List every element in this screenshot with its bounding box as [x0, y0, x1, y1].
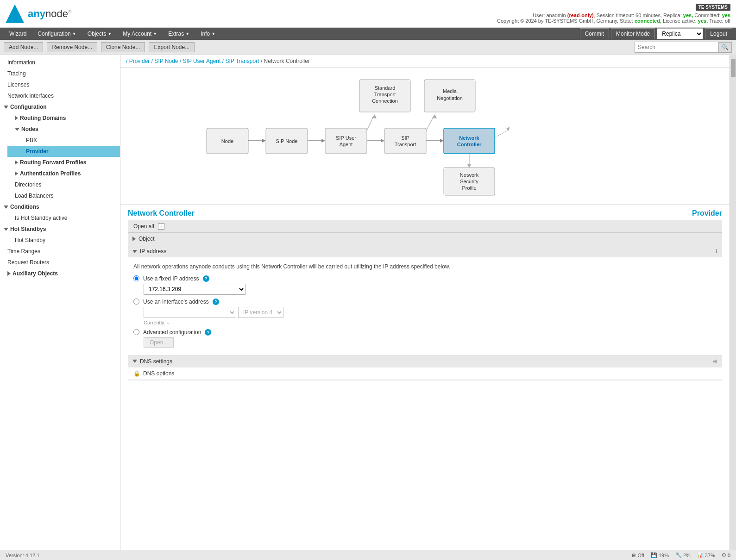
sidebar-item-directories[interactable]: Directories — [4, 179, 120, 190]
svg-text:Node: Node — [221, 138, 233, 144]
export-node-button[interactable]: Export Node... — [149, 42, 195, 52]
scroll-thumb[interactable] — [731, 59, 736, 77]
diagram-box-network-controller[interactable] — [444, 128, 495, 154]
status-bar: Version: 4.12.1 🖥 Off 💾 19% 🔧 2% 📊 37% ⚙… — [0, 550, 736, 555]
sidebar-item-provider[interactable]: Provider — [7, 146, 120, 157]
remove-node-button[interactable]: Remove Node... — [47, 42, 97, 52]
routing-forward-expand-icon — [15, 160, 18, 165]
sidebar-item-load-balancers[interactable]: Load Balancers — [4, 190, 120, 201]
fixed-ip-input-row: 172.16.3.209 — [144, 284, 717, 295]
sidebar-item-time-ranges[interactable]: Time Ranges — [0, 246, 120, 257]
logo-prefix: any — [28, 8, 45, 19]
sidebar-item-information[interactable]: Information — [0, 57, 120, 68]
search-icon[interactable]: 🔍 — [718, 42, 732, 52]
menu-left: Wizard Configuration ▼ Objects ▼ My Acco… — [4, 28, 221, 40]
ip-address-info-icon: ℹ — [716, 249, 717, 254]
fixed-ip-select[interactable]: 172.16.3.209 — [144, 284, 245, 295]
svg-line-19 — [426, 117, 434, 131]
sidebar: Information Tracing Licenses Network Int… — [0, 55, 120, 555]
sidebar-item-pbx[interactable]: PBX — [7, 135, 120, 146]
sidebar-item-hot-standby[interactable]: Hot Standby — [4, 235, 120, 246]
menu-configuration[interactable]: Configuration ▼ — [32, 28, 82, 40]
breadcrumb-provider[interactable]: / Provider — [126, 58, 150, 64]
my-account-arrow: ▼ — [153, 31, 157, 36]
monitor-mode-button[interactable]: Monitor Mode — [611, 28, 655, 39]
storage-status: 💾 19% — [651, 552, 669, 555]
svg-text:Network: Network — [460, 172, 479, 178]
object-section-header[interactable]: Object — [128, 233, 722, 245]
advanced-help-icon[interactable]: ? — [205, 329, 211, 336]
commit-button[interactable]: Commit — [580, 28, 609, 39]
menu-my-account[interactable]: My Account ▼ — [117, 28, 163, 40]
svg-marker-16 — [381, 139, 384, 143]
sidebar-item-routing-forward-profiles[interactable]: Routing Forward Profiles — [4, 157, 120, 168]
clone-node-button[interactable]: Clone Node... — [101, 42, 145, 52]
scrollbar[interactable] — [730, 55, 736, 555]
svg-text:Connection: Connection — [372, 98, 398, 104]
interface-select[interactable] — [144, 307, 236, 318]
interface-radio-label[interactable]: Use an interface's address — [143, 299, 209, 305]
menu-wizard[interactable]: Wizard — [4, 28, 32, 40]
auxiliary-objects-expand-icon — [7, 271, 11, 276]
sidebar-item-auxiliary-objects[interactable]: Auxiliary Objects — [0, 268, 120, 279]
trace-label: Trace: — [709, 18, 723, 24]
dns-settings-header[interactable]: DNS settings ⊕ — [128, 355, 722, 367]
breadcrumb-sip-user-agent[interactable]: / SIP User Agent — [180, 58, 221, 64]
interface-help-icon[interactable]: ? — [213, 299, 219, 305]
version-label: Version: 4.12.1 — [6, 553, 39, 555]
fixed-ip-label[interactable]: Use a fixed IP address — [143, 275, 199, 282]
svg-marker-20 — [432, 114, 437, 118]
svg-marker-22 — [440, 139, 444, 143]
sidebar-section-hot-standbys[interactable]: Hot Standbys — [0, 224, 120, 235]
fixed-ip-radio[interactable] — [133, 275, 139, 281]
menu-extras[interactable]: Extras ▼ — [163, 28, 195, 40]
fixed-ip-help-icon[interactable]: ? — [203, 275, 209, 282]
cpu-icon: 🔧 — [675, 552, 682, 555]
advanced-radio[interactable] — [133, 329, 139, 335]
ip-address-info-text: All network operations anynode conducts … — [133, 263, 717, 271]
flow-diagram: Standard Transport Connection Media Nego… — [128, 75, 722, 195]
main-layout: Information Tracing Licenses Network Int… — [0, 55, 736, 555]
object-expand-icon — [132, 236, 136, 241]
open-all-bar[interactable]: Open all + — [128, 220, 722, 233]
sidebar-item-network-interfaces[interactable]: Network Interfaces — [0, 90, 120, 101]
session-timeout: Session timeout: 60 minutes, — [597, 12, 662, 18]
svg-text:Standard: Standard — [375, 85, 396, 91]
menu-info[interactable]: Info ▼ — [195, 28, 221, 40]
interface-select-row: IP version 4 — [144, 307, 717, 318]
dns-settings-add-icon[interactable]: ⊕ — [713, 358, 717, 365]
replica-select[interactable]: Replica — [657, 28, 703, 39]
conditions-collapse-icon — [4, 205, 8, 209]
add-node-button[interactable]: Add Node... — [4, 42, 43, 52]
menu-right: Commit Monitor Mode Replica Logout — [580, 28, 732, 39]
sidebar-section-conditions[interactable]: Conditions — [0, 201, 120, 212]
interface-radio[interactable] — [133, 299, 139, 305]
sidebar-item-licenses[interactable]: Licenses — [0, 79, 120, 90]
sidebar-item-nodes[interactable]: Nodes — [4, 124, 120, 135]
menu-objects[interactable]: Objects ▼ — [82, 28, 118, 40]
object-section: Object — [128, 233, 722, 245]
ip-version-select[interactable]: IP version 4 — [238, 307, 283, 318]
logo-text: anynode® — [28, 8, 71, 20]
svg-marker-7 — [262, 139, 266, 143]
diagram-box-sip-user-agent[interactable] — [325, 128, 367, 154]
sidebar-section-configuration[interactable]: Configuration — [0, 101, 120, 112]
sidebar-item-request-routers[interactable]: Request Routers — [0, 257, 120, 268]
routing-domains-expand-icon — [15, 116, 18, 120]
open-all-plus-icon[interactable]: + — [158, 223, 164, 230]
ip-address-section-header[interactable]: IP address ℹ — [128, 245, 722, 257]
diagram-box-sip-transport[interactable] — [384, 128, 426, 154]
configuration-arrow: ▼ — [72, 31, 76, 36]
sidebar-item-hot-standby-active[interactable]: Is Hot Standby active — [4, 212, 120, 224]
connections-status: ⚙ 0 — [722, 552, 730, 555]
search-input[interactable] — [635, 43, 718, 52]
logout-button[interactable]: Logout — [705, 28, 732, 39]
logo-icon — [6, 5, 24, 23]
sidebar-item-routing-domains[interactable]: Routing Domains — [4, 112, 120, 124]
sidebar-item-authentication-profiles[interactable]: Authentication Profiles — [4, 168, 120, 179]
breadcrumb-sip-node[interactable]: / SIP Node — [151, 58, 178, 64]
advanced-radio-label[interactable]: Advanced configuration — [143, 329, 201, 336]
top-right-info: TE·SYSTEMS User: anadmin (read-only), Se… — [497, 4, 730, 24]
breadcrumb-sip-transport[interactable]: / SIP Transport — [222, 58, 259, 64]
sidebar-item-tracing[interactable]: Tracing — [0, 68, 120, 79]
